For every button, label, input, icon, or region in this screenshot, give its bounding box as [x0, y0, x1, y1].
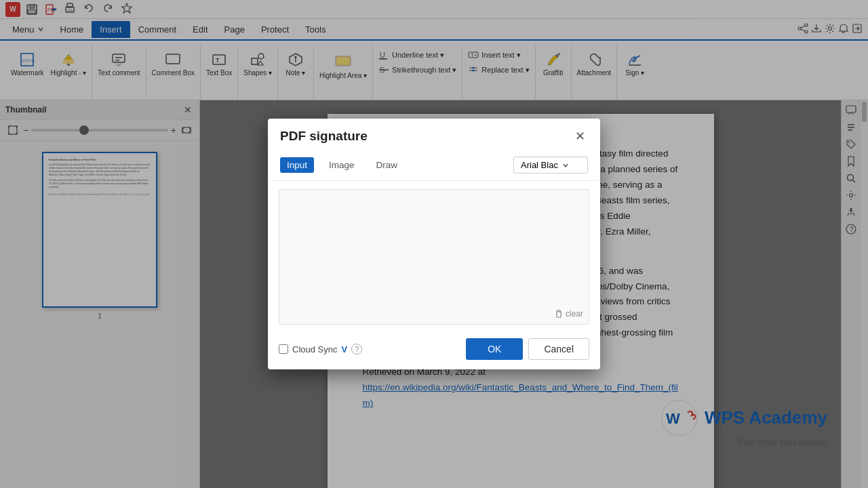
- cloud-sync-checkbox[interactable]: [279, 344, 288, 354]
- dialog-tab-draw[interactable]: Draw: [370, 157, 405, 173]
- dialog-tab-input[interactable]: Input: [280, 157, 314, 173]
- wps-v-badge: V: [341, 344, 347, 354]
- dialog-overlay: PDF signature ✕ Input Image Draw Arial B…: [0, 0, 868, 488]
- cloud-sync-label: Cloud Sync: [292, 344, 337, 354]
- trash-icon: [554, 309, 564, 319]
- dialog-tab-image[interactable]: Image: [322, 157, 361, 173]
- cancel-button[interactable]: Cancel: [528, 338, 589, 360]
- clear-button[interactable]: clear: [554, 309, 583, 319]
- ok-button[interactable]: OK: [466, 338, 523, 360]
- pdf-signature-dialog: PDF signature ✕ Input Image Draw Arial B…: [268, 119, 600, 369]
- font-selector-arrow: [562, 162, 569, 169]
- help-button[interactable]: ?: [351, 344, 362, 354]
- signature-canvas[interactable]: clear: [279, 189, 589, 325]
- dialog-title: PDF signature: [280, 129, 368, 144]
- font-selector-value: Arial Blac: [521, 160, 558, 170]
- cloud-sync-option: Cloud Sync V ?: [279, 344, 362, 354]
- font-selector[interactable]: Arial Blac: [513, 157, 588, 174]
- dialog-close-button[interactable]: ✕: [572, 128, 588, 144]
